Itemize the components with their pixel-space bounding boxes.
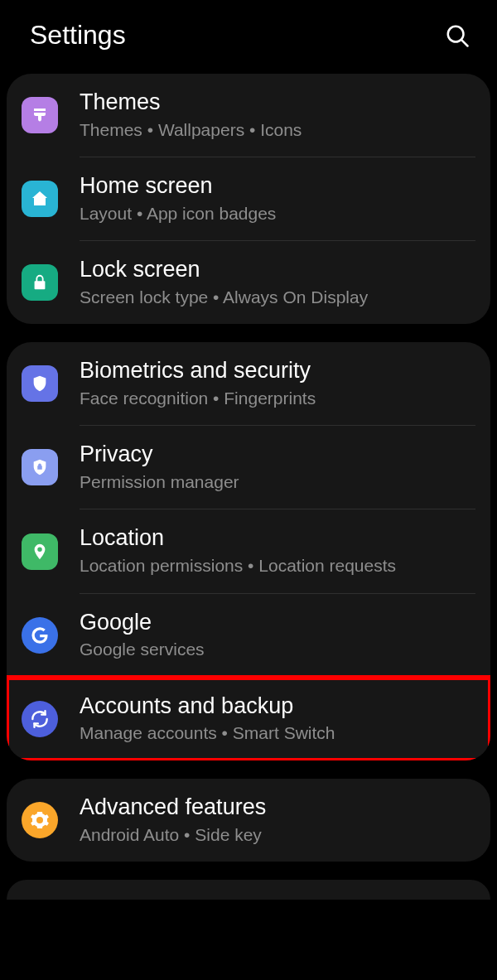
- item-subtitle: Permission manager: [80, 471, 474, 494]
- google-icon: [22, 617, 58, 654]
- item-content: Location Location permissions • Location…: [80, 524, 474, 577]
- item-title: Accounts and backup: [80, 693, 474, 721]
- item-subtitle: Android Auto • Side key: [80, 823, 474, 847]
- highlighted-item: Accounts and backup Manage accounts • Sm…: [7, 678, 490, 760]
- home-icon: [22, 181, 58, 217]
- settings-item-location[interactable]: Location Location permissions • Location…: [7, 509, 490, 592]
- svg-line-1: [461, 40, 467, 46]
- item-title: Google: [80, 609, 474, 637]
- item-content: Accounts and backup Manage accounts • Sm…: [80, 693, 474, 746]
- themes-icon: [22, 97, 58, 133]
- settings-item-privacy[interactable]: Privacy Permission manager: [7, 426, 490, 509]
- settings-item-home-screen[interactable]: Home screen Layout • App icon badges: [7, 157, 490, 240]
- item-subtitle: Google services: [80, 638, 474, 661]
- settings-item-accounts-backup[interactable]: Accounts and backup Manage accounts • Sm…: [7, 678, 490, 760]
- settings-group-display: Themes Themes • Wallpapers • Icons Home …: [7, 74, 490, 324]
- search-button[interactable]: [442, 21, 472, 51]
- item-subtitle: Location permissions • Location requests: [80, 554, 474, 577]
- item-content: Google Google services: [80, 609, 474, 662]
- settings-item-google[interactable]: Google Google services: [7, 594, 490, 677]
- item-content: Lock screen Screen lock type • Always On…: [80, 256, 474, 309]
- settings-item-lock-screen[interactable]: Lock screen Screen lock type • Always On…: [7, 241, 490, 324]
- item-subtitle: Themes • Wallpapers • Icons: [80, 118, 474, 142]
- item-title: Home screen: [80, 172, 474, 200]
- item-content: Themes Themes • Wallpapers • Icons: [80, 89, 474, 142]
- settings-item-biometrics[interactable]: Biometrics and security Face recognition…: [7, 342, 490, 425]
- item-subtitle: Manage accounts • Smart Switch: [80, 722, 474, 745]
- svg-point-2: [39, 467, 41, 469]
- item-subtitle: Screen lock type • Always On Display: [80, 286, 474, 309]
- location-pin-icon: [22, 533, 58, 570]
- sync-icon: [22, 701, 58, 737]
- item-content: Biometrics and security Face recognition…: [80, 357, 474, 410]
- settings-group-security: Biometrics and security Face recognition…: [7, 342, 490, 760]
- shield-icon: [22, 365, 58, 402]
- item-subtitle: Layout • App icon badges: [80, 202, 474, 225]
- settings-item-advanced-features[interactable]: Advanced features Android Auto • Side ke…: [7, 779, 490, 862]
- settings-item-themes[interactable]: Themes Themes • Wallpapers • Icons: [7, 74, 490, 157]
- item-title: Biometrics and security: [80, 357, 474, 385]
- lock-icon: [22, 264, 58, 301]
- item-title: Lock screen: [80, 256, 474, 284]
- item-content: Home screen Layout • App icon badges: [80, 172, 474, 225]
- header: Settings: [0, 0, 497, 74]
- item-title: Themes: [80, 89, 474, 117]
- settings-group-advanced: Advanced features Android Auto • Side ke…: [7, 779, 490, 862]
- item-content: Advanced features Android Auto • Side ke…: [80, 794, 474, 847]
- search-icon: [445, 23, 470, 48]
- item-title: Privacy: [80, 441, 474, 469]
- gear-icon: [22, 802, 58, 838]
- privacy-shield-icon: [22, 449, 58, 485]
- page-title: Settings: [30, 20, 126, 51]
- item-content: Privacy Permission manager: [80, 441, 474, 494]
- settings-group-partial: [7, 880, 490, 900]
- item-title: Advanced features: [80, 794, 474, 822]
- item-title: Location: [80, 524, 474, 553]
- item-subtitle: Face recognition • Fingerprints: [80, 387, 474, 410]
